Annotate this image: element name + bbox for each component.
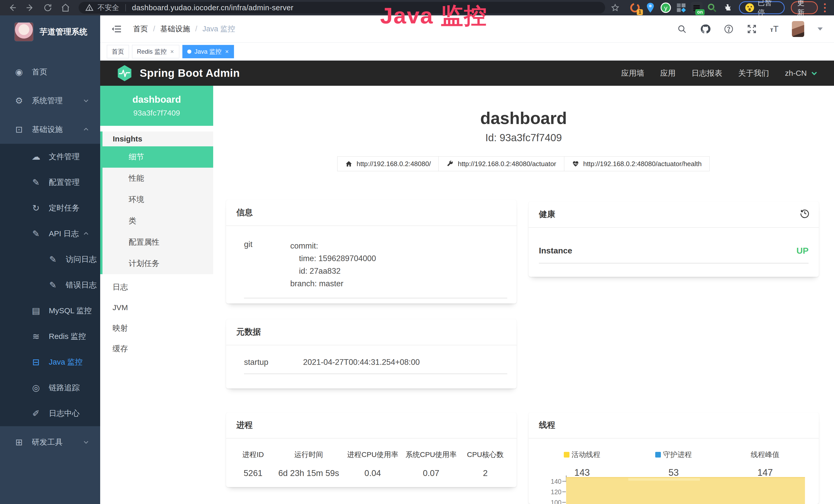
sba-menu-caches[interactable]: 缓存 — [100, 338, 213, 359]
sidebar-item-infra[interactable]: ⊡ 基础设施 — [0, 115, 100, 144]
eye-icon: ◎ — [30, 383, 42, 393]
sidebar-item-access-log[interactable]: ✎ 访问日志 — [0, 247, 100, 272]
sba-menu-scheduled-tasks[interactable]: 计划任务 — [103, 253, 213, 274]
service-url-link[interactable]: http://192.168.0.2:48080/ — [337, 156, 439, 171]
chevron-up-icon — [83, 126, 89, 133]
extension-tampermonkey-icon[interactable]: on — [691, 2, 702, 14]
sba-nav-applications[interactable]: 应用 — [660, 68, 676, 78]
legend-blue-swatch — [655, 452, 661, 458]
sidebar-item-home[interactable]: ◉ 首页 — [0, 58, 100, 86]
sba-nav-about[interactable]: 关于我们 — [738, 68, 769, 78]
address-bar[interactable]: 不安全 dashboard.yudao.iocoder.cn/infra/adm… — [79, 2, 605, 14]
sba-menu-logs[interactable]: 日志 — [100, 277, 213, 297]
home-icon — [345, 160, 352, 167]
instance-id-subtitle: Id: 93a3fc7f7409 — [213, 132, 834, 143]
heartbeat-icon — [572, 160, 579, 167]
sba-menu-details[interactable]: 细节 — [103, 146, 213, 168]
extension-puzzle-icon[interactable] — [722, 2, 733, 14]
tab-java-monitor[interactable]: Java 监控 × — [182, 45, 234, 58]
sba-insights-section: Insights 细节 性能 环境 类 配置属性 计划任务 — [100, 132, 213, 274]
app-logo-row[interactable]: 芋道管理系统 — [0, 16, 100, 48]
sidebar-item-scheduled-jobs[interactable]: ↻ 定时任务 — [0, 195, 100, 221]
history-icon[interactable] — [799, 208, 810, 219]
sidebar-fold-icon[interactable] — [111, 25, 122, 33]
bookmark-star-icon[interactable] — [607, 2, 623, 14]
sba-menu-metrics[interactable]: 性能 — [103, 168, 213, 189]
home-icon[interactable] — [58, 2, 73, 14]
close-icon[interactable]: × — [224, 48, 229, 55]
sidebar-item-redis-monitor[interactable]: ≋ Redis 监控 — [0, 323, 100, 349]
sidebar-item-file-manage[interactable]: ☁ 文件管理 — [0, 144, 100, 169]
sidebar-item-api-log[interactable]: ✎ API 日志 — [0, 221, 100, 247]
sidebar-item-system[interactable]: ⚙ 系统管理 — [0, 86, 100, 115]
browser-menu-icon[interactable] — [824, 3, 826, 12]
tab-home[interactable]: 首页 — [107, 45, 129, 58]
sba-menu-config-props[interactable]: 配置属性 — [103, 232, 213, 253]
edit-square-icon: ✎ — [30, 229, 42, 239]
dashboard-icon: ◉ — [13, 67, 25, 77]
edit-square-icon: ✎ — [47, 254, 59, 265]
paused-label: 已暂停 — [758, 0, 779, 18]
info-card-title: 信息 — [226, 200, 517, 226]
sba-menu-classes[interactable]: 类 — [103, 210, 213, 232]
table-icon: ▤ — [30, 305, 42, 316]
info-git-row: git commit: time: 1596289704000 id: 27aa… — [244, 226, 507, 298]
extension-grid-icon[interactable] — [675, 2, 687, 14]
url-text[interactable]: dashboard.yudao.iocoder.cn/infra/admin-s… — [132, 4, 293, 12]
metadata-card-title: 元数据 — [226, 319, 517, 345]
sidebar-item-error-log[interactable]: ✎ 错误日志 — [0, 272, 100, 298]
sidebar-item-trace[interactable]: ◎ 链路追踪 — [0, 375, 100, 400]
sba-nav: 应用墙 应用 日志报表 关于我们 zh-CN — [621, 68, 818, 78]
health-instance-label: Instance — [539, 246, 572, 255]
sba-instance-box[interactable]: dashboard 93a3fc7f7409 — [100, 86, 213, 126]
sba-menu-environment[interactable]: 环境 — [103, 189, 213, 210]
back-icon[interactable] — [5, 2, 20, 14]
monitor-icon: ⊡ — [13, 124, 25, 135]
sidebar-item-dev-tools[interactable]: ⊞ 研发工具 — [0, 428, 100, 457]
github-icon[interactable] — [700, 24, 710, 34]
sidebar-item-log-center[interactable]: ✐ 日志中心 — [0, 400, 100, 426]
sba-menu-jvm[interactable]: JVM — [100, 297, 213, 318]
extension-y-circle-icon[interactable]: y — [660, 2, 672, 14]
tab-redis-monitor[interactable]: Redis 监控 × — [132, 45, 179, 58]
fullscreen-icon[interactable] — [747, 24, 757, 34]
extension-pin-icon[interactable] — [644, 2, 656, 14]
sba-menu-mappings[interactable]: 映射 — [100, 318, 213, 338]
sidebar-item-config-manage[interactable]: ✎ 配置管理 — [0, 169, 100, 195]
address-divider — [125, 4, 126, 11]
chevron-down-icon — [810, 69, 818, 77]
reload-icon[interactable] — [40, 2, 56, 14]
breadcrumb-home[interactable]: 首页 — [133, 24, 148, 34]
actuator-url-link[interactable]: http://192.168.0.2:48080/actuator — [438, 156, 564, 171]
live-threads-area — [566, 477, 805, 504]
font-size-icon[interactable]: тT — [770, 24, 778, 34]
app-title: 芋道管理系统 — [40, 26, 87, 37]
user-caret-icon[interactable] — [817, 27, 823, 30]
paused-extension-pill[interactable]: 已暂停 — [739, 1, 785, 14]
user-avatar[interactable] — [792, 21, 804, 37]
breadcrumb-current: Java 监控 — [202, 24, 235, 34]
history-icon: ↻ — [30, 203, 42, 213]
sba-nav-journal[interactable]: 日志报表 — [692, 68, 722, 78]
workspace: 首页 / 基础设施 / Java 监控 тT 首页 Redis — [100, 16, 834, 504]
extension-magnifier-icon[interactable] — [706, 2, 718, 14]
close-icon[interactable]: × — [170, 48, 174, 55]
sba-header: Spring Boot Admin 应用墙 应用 日志报表 关于我们 zh-CN — [100, 61, 834, 86]
health-card: 健康 Instance UP — [529, 202, 819, 277]
sidebar-item-java-monitor[interactable]: ⊟ Java 监控 — [0, 349, 100, 375]
breadcrumb-infra[interactable]: 基础设施 — [160, 24, 190, 34]
health-url-link[interactable]: http://192.168.0.2:48080/actuator/health — [564, 156, 710, 171]
help-icon[interactable] — [724, 24, 733, 34]
health-instance-row[interactable]: Instance UP — [539, 238, 809, 264]
breadcrumb: 首页 / 基础设施 / Java 监控 — [133, 24, 235, 34]
update-button[interactable]: 更新 — [791, 1, 818, 14]
forward-icon[interactable] — [22, 2, 38, 14]
sba-nav-wallboard[interactable]: 应用墙 — [621, 68, 644, 78]
search-icon[interactable] — [677, 24, 687, 34]
info-card: 信息 git commit: time: 1596289704000 id: 2… — [226, 200, 517, 303]
sba-brand[interactable]: Spring Boot Admin — [116, 65, 240, 82]
sidebar-item-mysql-monitor[interactable]: ▤ MySQL 监控 — [0, 298, 100, 323]
extension-colorzilla-icon[interactable]: 1 — [629, 2, 641, 14]
chevron-up-icon — [83, 230, 89, 237]
sba-language-select[interactable]: zh-CN — [785, 69, 818, 77]
